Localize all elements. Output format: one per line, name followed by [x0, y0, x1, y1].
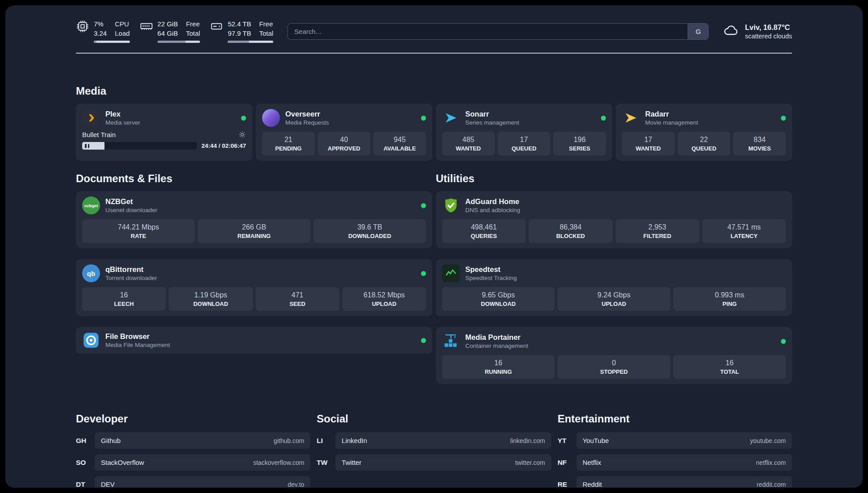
- bookmark-youtube[interactable]: YouTube youtube.com: [576, 432, 792, 449]
- bookmark-twitter[interactable]: Twitter twitter.com: [335, 454, 551, 471]
- stat-tile-approved: 40 APPROVED: [318, 132, 371, 155]
- bookmark-netflix[interactable]: Netflix netflix.com: [576, 454, 792, 471]
- app-subtitle: Movie management: [645, 119, 698, 126]
- app-subtitle: Speedtest Tracking: [465, 275, 517, 281]
- app-name: Overseerr: [285, 110, 329, 119]
- pause-icon[interactable]: [85, 144, 89, 148]
- status-dot: [781, 116, 786, 121]
- app-name: Speedtest: [465, 265, 517, 274]
- bookmark-group-social: Social LI LinkedIn linkedin.com TW Twitt…: [317, 413, 551, 476]
- bookmark-reddit[interactable]: Reddit reddit.com: [576, 476, 792, 488]
- stat-tile-stopped: 0 STOPPED: [558, 355, 670, 379]
- cloud-icon: [723, 22, 739, 40]
- cpu-load-value: 3.24: [94, 29, 107, 38]
- app-subtitle: Container management: [465, 343, 528, 349]
- stat-tile-ping: 0.993 ms PING: [673, 287, 786, 311]
- app-card-filebrowser[interactable]: File Browser Media File Management: [76, 327, 432, 354]
- search-engine-button[interactable]: G: [688, 24, 708, 39]
- app-subtitle: Media server: [105, 119, 140, 126]
- section-documents: Documents & Files nzbget NZBGet Usenet d…: [76, 172, 432, 354]
- gear-icon[interactable]: [238, 131, 246, 138]
- overseerr-icon: [262, 109, 280, 127]
- search-input[interactable]: [288, 28, 688, 35]
- app-card-qbittorrent[interactable]: qb qBittorrent Torrent downloader 16 LEE…: [76, 259, 432, 316]
- app-name: AdGuard Home: [465, 197, 520, 206]
- adguard-icon: [442, 196, 460, 214]
- portainer-icon: [442, 332, 460, 350]
- stat-tile-queries: 498,461 QUERIES: [442, 219, 526, 243]
- playback-time: 24:44 / 02:06:47: [201, 142, 246, 149]
- section-title-utilities: Utilities: [436, 172, 792, 185]
- ram-icon: [140, 20, 153, 33]
- ram-usage-bar: [158, 41, 200, 43]
- cpu-icon: [76, 20, 89, 33]
- app-name: NZBGet: [105, 197, 157, 206]
- disk-usage-bar: [228, 41, 273, 43]
- filebrowser-icon: [82, 331, 100, 349]
- app-card-plex[interactable]: Plex Media server Bullet Train: [76, 104, 252, 161]
- cpu-monitor: 7% 3.24 CPU Load: [76, 20, 130, 43]
- ram-total-value: 64 GiB: [158, 29, 178, 38]
- section-title-social: Social: [317, 413, 551, 425]
- stat-tile-queued: 22 QUEUED: [678, 132, 730, 155]
- cpu-load-label: Load: [115, 29, 129, 38]
- plex-icon: [82, 109, 100, 127]
- bookmark-group-entertainment: Entertainment YT YouTube youtube.com NF …: [558, 413, 792, 488]
- ram-total-label: Total: [186, 29, 200, 38]
- bookmark-github[interactable]: Github github.com: [95, 432, 310, 449]
- app-card-adguard[interactable]: AdGuard Home DNS and adblocking 498,461 …: [436, 191, 792, 248]
- ram-free-value: 22 GiB: [158, 20, 178, 29]
- cpu-percent: 7%: [94, 20, 107, 29]
- app-card-portainer[interactable]: Media Portainer Container management 16 …: [436, 327, 792, 384]
- stat-tile-download: 1.19 Gbps DOWNLOAD: [169, 287, 252, 311]
- qbittorrent-icon: qb: [82, 264, 100, 282]
- top-bar: 7% 3.24 CPU Load: [76, 19, 792, 44]
- disk-free-value: 52.4 TB: [228, 20, 251, 29]
- stat-tile-leech: 16 LEECH: [82, 287, 166, 311]
- stat-tile-running: 16 RUNNING: [442, 355, 555, 379]
- section-title-media: Media: [76, 85, 792, 97]
- cpu-label: CPU: [115, 20, 129, 29]
- cpu-usage-fill: [94, 41, 96, 43]
- app-subtitle: DNS and adblocking: [465, 207, 520, 213]
- app-card-speedtest[interactable]: Speedtest Speedtest Tracking 9.65 Gbps D…: [436, 259, 792, 316]
- section-title-documents: Documents & Files: [76, 172, 432, 185]
- app-card-radarr[interactable]: Radarr Movie management 17 WANTED 22 QUE…: [616, 104, 792, 161]
- app-name: Plex: [105, 110, 140, 119]
- search-bar: G: [288, 23, 709, 40]
- bookmark-dev[interactable]: DEV dev.to: [95, 476, 310, 488]
- bookmark-code: LI: [317, 437, 335, 445]
- stat-tile-wanted: 485 WANTED: [442, 132, 495, 155]
- speedtest-icon: [442, 264, 460, 282]
- app-subtitle: Media File Management: [105, 342, 170, 348]
- bookmark-code: YT: [558, 437, 576, 445]
- section-title-developer: Developer: [76, 413, 310, 425]
- app-card-overseerr[interactable]: Overseerr Media Requests 21 PENDING 40 A…: [256, 104, 432, 161]
- disk-monitor: 52.4 TB 97.9 TB Free Total: [210, 20, 273, 43]
- system-monitor-group: 7% 3.24 CPU Load: [76, 20, 273, 43]
- app-name: qBittorrent: [105, 265, 157, 274]
- stat-tile-queued: 17 QUEUED: [498, 132, 551, 155]
- status-dot: [781, 339, 786, 344]
- sonarr-icon: [442, 109, 460, 127]
- disk-total-value: 97.9 TB: [228, 29, 251, 38]
- playback-progress-bar: [82, 142, 197, 150]
- ram-monitor: 22 GiB 64 GiB Free Total: [140, 20, 200, 43]
- stat-tile-rate: 744.21 Mbps RATE: [82, 219, 195, 243]
- weather-widget: Lviv, 16.87°C scattered clouds: [723, 22, 792, 40]
- bookmark-stackoverflow[interactable]: StackOverflow stackoverflow.com: [95, 454, 310, 471]
- app-subtitle: Torrent downloader: [105, 275, 157, 281]
- app-card-sonarr[interactable]: Sonarr Series management 485 WANTED 17 Q…: [436, 104, 612, 161]
- ram-free-label: Free: [186, 20, 200, 29]
- stat-tile-wanted: 17 WANTED: [622, 132, 675, 155]
- status-dot: [421, 116, 426, 121]
- status-dot: [421, 203, 426, 208]
- header-divider: [76, 53, 792, 54]
- stat-tile-series: 196 SERIES: [553, 132, 606, 155]
- app-card-nzbget[interactable]: nzbget NZBGet Usenet downloader 744.21 M…: [76, 191, 432, 248]
- bookmark-code: SO: [76, 459, 95, 467]
- disk-free-label: Free: [259, 20, 273, 29]
- bookmark-group-developer: Developer GH Github github.com SO StackO…: [76, 413, 310, 488]
- app-subtitle: Usenet downloader: [105, 207, 157, 213]
- bookmark-linkedin[interactable]: LinkedIn linkedin.com: [335, 432, 551, 449]
